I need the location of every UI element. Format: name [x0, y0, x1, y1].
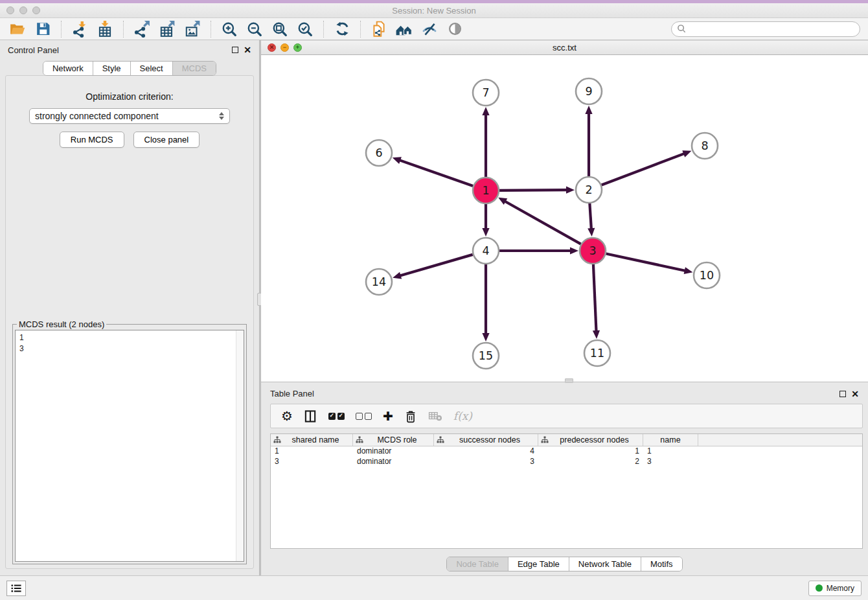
column-header-name[interactable]: name	[643, 434, 698, 446]
export-table-icon[interactable]	[157, 20, 177, 38]
graph-edge[interactable]	[398, 160, 473, 186]
show-log-button[interactable]	[6, 581, 26, 596]
column-header-shared-name[interactable]: shared name	[271, 434, 353, 446]
cell-shared-name[interactable]: 1	[271, 446, 353, 457]
graph-edge[interactable]	[602, 153, 685, 185]
graph-edge[interactable]	[504, 201, 581, 244]
network-window-titlebar[interactable]: ✕ − + scc.txt	[261, 40, 868, 55]
column-header-mcds-role[interactable]: MCDS role	[353, 434, 434, 446]
clone-network-icon[interactable]	[369, 20, 389, 38]
run-mcds-button[interactable]: Run MCDS	[60, 132, 124, 148]
search-field[interactable]	[671, 21, 860, 37]
cell-mcds-role[interactable]: dominator	[353, 457, 434, 467]
criterion-dropdown[interactable]: strongly connected component	[29, 108, 230, 124]
cell-predecessor-nodes[interactable]: 2	[538, 457, 643, 467]
memory-button-label: Memory	[827, 584, 854, 593]
table-row[interactable]: 1 dominator 4 1 1	[271, 446, 862, 457]
mcds-panel: Optimization criterion: strongly connect…	[5, 75, 254, 569]
graph-edge[interactable]	[499, 190, 568, 190]
zoom-fit-icon[interactable]	[270, 20, 290, 38]
delete-table-icon[interactable]	[428, 410, 442, 422]
export-network-icon[interactable]	[132, 20, 152, 38]
tab-mcds[interactable]: MCDS	[173, 62, 216, 75]
export-image-icon[interactable]	[183, 20, 202, 38]
cell-name[interactable]: 1	[643, 446, 698, 457]
network-maximize-icon[interactable]: +	[293, 43, 302, 52]
birds-eye-view-icon[interactable]	[445, 20, 464, 38]
tab-node-table[interactable]: Node Table	[447, 557, 508, 571]
cell-name[interactable]: 3	[643, 457, 698, 467]
select-all-checkboxes-icon[interactable]	[328, 413, 345, 420]
delete-column-icon[interactable]	[404, 410, 417, 423]
hide-graphics-details-icon[interactable]	[420, 20, 439, 38]
deselect-all-checkboxes-icon[interactable]	[356, 413, 372, 420]
close-panel-button[interactable]: Close panel	[133, 132, 200, 148]
import-table-icon[interactable]	[95, 20, 115, 38]
edge-arrowhead-icon	[684, 267, 693, 274]
tab-network-table[interactable]: Network Table	[569, 557, 641, 571]
search-input[interactable]	[690, 23, 860, 36]
window-title: Session: New Session	[0, 6, 868, 16]
close-panel-icon[interactable]: ✕	[244, 47, 251, 53]
edge-arrowhead-icon	[482, 107, 489, 115]
close-panel-icon[interactable]: ✕	[851, 391, 859, 397]
graph-edge[interactable]	[589, 203, 591, 230]
tab-select[interactable]: Select	[131, 62, 173, 75]
panel-splitter-horizontal[interactable]	[261, 382, 868, 385]
toolbar-separator	[211, 21, 211, 38]
cell-predecessor-nodes[interactable]: 1	[538, 446, 643, 457]
mcds-result-textarea[interactable]: 1 3	[15, 330, 244, 562]
table-row[interactable]: 3 dominator 3 2 3	[271, 457, 862, 467]
network-minimize-icon[interactable]: −	[280, 43, 289, 52]
function-builder-icon[interactable]: f(x)	[453, 410, 472, 422]
attribute-tree-icon	[356, 436, 363, 444]
edge-arrowhead-icon	[482, 228, 489, 237]
toolbar-separator	[360, 21, 361, 38]
help-home-icon[interactable]	[394, 20, 414, 38]
column-header-predecessor-nodes[interactable]: predecessor nodes	[538, 434, 643, 446]
cell-shared-name[interactable]: 3	[271, 457, 353, 467]
graph-node-label: 7	[482, 86, 489, 99]
cell-mcds-role[interactable]: dominator	[353, 446, 434, 457]
import-network-icon[interactable]	[70, 20, 89, 38]
add-column-icon[interactable]: ✚	[383, 409, 393, 423]
graph-edge[interactable]	[399, 255, 473, 276]
edge-arrowhead-icon	[393, 157, 402, 164]
edge-arrowhead-icon	[393, 272, 402, 279]
memory-button[interactable]: Memory	[808, 581, 862, 596]
open-session-icon[interactable]	[8, 20, 27, 38]
edge-arrowhead-icon	[482, 333, 489, 341]
apply-layout-icon[interactable]	[332, 20, 352, 38]
graph-node-label: 6	[375, 146, 382, 159]
table-settings-icon[interactable]: ⚙	[281, 408, 293, 424]
node-table: shared name MCDS role successor nodes	[270, 433, 863, 549]
network-canvas[interactable]: 7968124314101511	[261, 55, 868, 382]
column-header-successor-nodes[interactable]: successor nodes	[434, 434, 538, 446]
edge-arrowhead-icon	[566, 187, 575, 194]
network-close-icon[interactable]: ✕	[268, 43, 276, 52]
float-panel-icon[interactable]	[839, 391, 846, 397]
cell-successor-nodes[interactable]: 4	[434, 446, 538, 457]
graph-edge[interactable]	[606, 253, 687, 271]
tab-motifs[interactable]: Motifs	[641, 557, 682, 571]
splitter-handle[interactable]	[565, 378, 573, 383]
float-panel-icon[interactable]	[232, 47, 238, 53]
save-session-icon[interactable]	[33, 20, 52, 38]
graph-edge[interactable]	[593, 264, 597, 332]
cell-successor-nodes[interactable]: 3	[434, 457, 538, 467]
application-window: Session: New Session	[0, 0, 868, 600]
zoom-out-icon[interactable]	[245, 20, 264, 38]
criterion-dropdown-value: strongly connected component	[35, 111, 159, 121]
memory-status-icon	[816, 584, 823, 592]
column-visibility-icon[interactable]	[304, 410, 317, 423]
result-scrollbar[interactable]	[236, 330, 244, 561]
table-panel-tabs: Node Table Edge Table Network Table Moti…	[446, 557, 682, 571]
table-toolbar: ⚙ ✚ f(x)	[270, 404, 863, 428]
zoom-selected-icon[interactable]	[295, 20, 315, 38]
tab-edge-table[interactable]: Edge Table	[508, 557, 569, 571]
tab-style[interactable]: Style	[93, 62, 131, 75]
zoom-in-icon[interactable]	[220, 20, 239, 38]
tab-network[interactable]: Network	[43, 62, 93, 75]
mcds-result-line: 3	[19, 343, 232, 354]
attribute-tree-icon	[541, 436, 549, 444]
